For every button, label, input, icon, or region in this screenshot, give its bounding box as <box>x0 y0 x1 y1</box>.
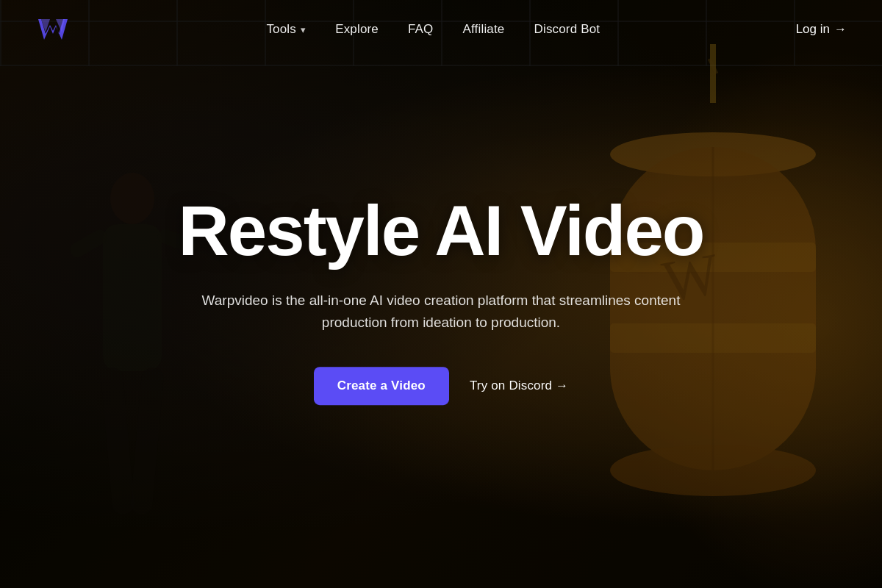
create-video-button[interactable]: Create a Video <box>314 367 449 405</box>
tools-label: Tools <box>266 22 296 37</box>
hero-subtitle: Warpvideo is the all-in-one AI video cre… <box>176 290 706 334</box>
nav-links: Tools ▾ Explore FAQ Affiliate Discord Bo… <box>266 22 600 37</box>
nav-link-explore[interactable]: Explore <box>335 22 379 36</box>
nav-item-affiliate[interactable]: Affiliate <box>463 22 505 37</box>
nav-item-discord-bot[interactable]: Discord Bot <box>534 22 600 37</box>
navbar: Tools ▾ Explore FAQ Affiliate Discord Bo… <box>0 0 882 59</box>
nav-link-faq[interactable]: FAQ <box>408 22 434 36</box>
hero-title: Restyle AI Video <box>59 196 823 266</box>
nav-link-affiliate[interactable]: Affiliate <box>463 22 505 36</box>
nav-link-tools[interactable]: Tools ▾ <box>266 22 306 37</box>
login-label: Log in <box>796 22 830 37</box>
hero-actions: Create a Video Try on Discord → <box>59 367 823 405</box>
nav-item-faq[interactable]: FAQ <box>408 22 434 37</box>
try-discord-button[interactable]: Try on Discord → <box>470 379 568 393</box>
nav-item-tools[interactable]: Tools ▾ <box>266 22 306 37</box>
nav-item-explore[interactable]: Explore <box>335 22 379 37</box>
login-button[interactable]: Log in → <box>796 22 847 37</box>
login-arrow-icon: → <box>834 22 847 37</box>
hero-section: Restyle AI Video Warpvideo is the all-in… <box>0 196 882 405</box>
logo-icon <box>35 12 71 47</box>
logo[interactable] <box>35 12 71 47</box>
nav-link-discord-bot[interactable]: Discord Bot <box>534 22 600 36</box>
chevron-down-icon: ▾ <box>301 24 306 35</box>
